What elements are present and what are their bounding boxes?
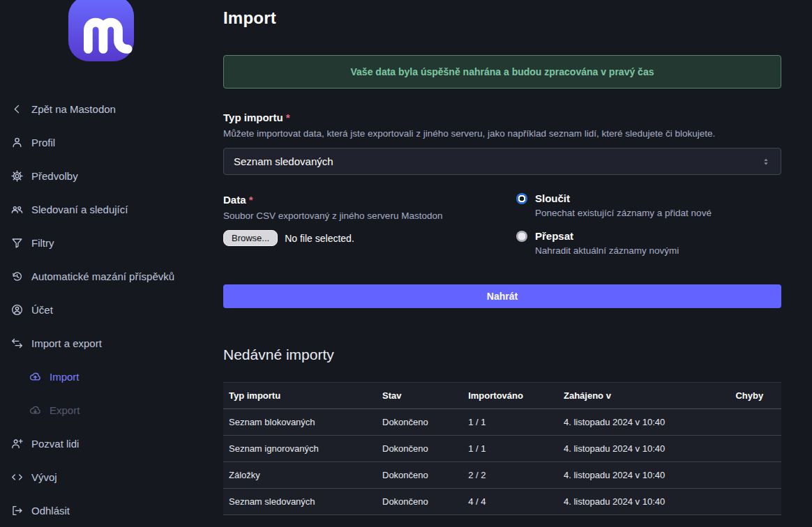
person-icon	[10, 136, 24, 149]
cloud-download-icon	[29, 404, 42, 417]
data-hint: Soubor CSV exportovaný z jiného serveru …	[223, 211, 516, 221]
merge-radio-label: Sloučit	[535, 192, 570, 204]
overwrite-radio-label: Přepsat	[535, 230, 573, 242]
overwrite-radio[interactable]	[516, 231, 527, 242]
sidebar-item-label: Pozvat lidi	[31, 438, 79, 450]
swap-icon	[10, 337, 24, 350]
sidebar-item-label: Účet	[31, 304, 53, 316]
sidebar-item-label: Import	[50, 371, 80, 383]
import-type-label: Typ importu *	[223, 112, 781, 123]
people-icon	[10, 203, 24, 216]
cell-status: Dokončeno	[377, 462, 463, 489]
sidebar-item-follows-followers[interactable]: Sledovaní a sledující	[0, 192, 202, 226]
sidebar-item-profile[interactable]: Profil	[0, 125, 202, 159]
data-file-field: Data * Soubor CSV exportovaný z jiného s…	[223, 194, 516, 256]
cell-errors	[730, 436, 781, 462]
import-settings-page: Import Vaše data byla úspěšně nahrána a …	[223, 0, 781, 515]
cell-errors	[730, 462, 781, 489]
sidebar-item-logout[interactable]: Odhlásit	[0, 494, 202, 527]
sidebar-item-filters[interactable]: Filtry	[0, 226, 202, 259]
code-icon	[10, 471, 24, 484]
sidebar-item-label: Export	[50, 404, 80, 416]
sidebar-item-invite[interactable]: Pozvat lidi	[0, 427, 202, 460]
cell-type: Záložky	[223, 462, 377, 489]
required-marker: *	[286, 112, 290, 123]
table-row: Seznam ignorovaných Dokončeno 1 / 1 4. l…	[223, 436, 781, 462]
sidebar-item-statuses-cleanup[interactable]: Automatické mazání příspěvků	[0, 259, 202, 293]
cell-type: Seznam sledovaných	[223, 489, 377, 515]
cell-started: 4. listopadu 2024 v 10:40	[558, 462, 730, 489]
cell-errors	[730, 489, 781, 515]
settings-sidebar: Zpět na Mastodon Profil Předvolby	[0, 0, 202, 527]
cell-status: Dokončeno	[377, 409, 463, 436]
gear-icon	[10, 169, 24, 183]
cloud-upload-icon	[29, 370, 42, 383]
table-row: Záložky Dokončeno 2 / 2 4. listopadu 202…	[223, 462, 781, 489]
merge-radio-row[interactable]: Sloučit	[516, 192, 781, 204]
browse-button[interactable]: Browse...	[223, 230, 278, 246]
recent-imports-table: Typ importu Stav Importováno Zahájeno v …	[223, 382, 781, 515]
table-row: Seznam blokovaných Dokončeno 1 / 1 4. li…	[223, 409, 781, 436]
cell-type: Seznam ignorovaných	[223, 436, 377, 462]
cell-imported: 2 / 2	[463, 462, 558, 489]
col-header-imported: Importováno	[463, 383, 558, 409]
sidebar-nav: Zpět na Mastodon Profil Předvolby	[0, 92, 202, 527]
merge-radio-hint: Ponechat existující záznamy a přidat nov…	[535, 208, 781, 218]
file-status-text: No file selected.	[285, 233, 354, 244]
cell-imported: 1 / 1	[463, 436, 558, 462]
cell-status: Dokončeno	[377, 489, 463, 515]
sidebar-item-account[interactable]: Účet	[0, 293, 202, 326]
cell-started: 4. listopadu 2024 v 10:40	[558, 436, 730, 462]
recent-imports-title: Nedávné importy	[223, 346, 781, 363]
upload-button[interactable]: Nahrát	[223, 284, 781, 308]
cell-started: 4. listopadu 2024 v 10:40	[558, 489, 730, 515]
sidebar-item-label: Filtry	[31, 237, 54, 249]
mastodon-logo	[67, 0, 135, 63]
history-icon	[10, 270, 24, 283]
funnel-icon	[10, 236, 24, 250]
data-label: Data *	[223, 194, 516, 206]
col-header-errors: Chyby	[730, 383, 781, 409]
import-type-select[interactable]: Seznam sledovaných	[223, 148, 781, 175]
table-row: Seznam sledovaných Dokončeno 4 / 4 4. li…	[223, 489, 781, 515]
table-header-row: Typ importu Stav Importováno Zahájeno v …	[223, 383, 781, 409]
sidebar-item-label: Import a export	[31, 337, 102, 349]
sidebar-item-label: Předvolby	[31, 170, 78, 182]
cell-errors	[730, 409, 781, 436]
sidebar-item-label: Profil	[31, 137, 55, 148]
sidebar-item-import-export[interactable]: Import a export	[0, 326, 202, 360]
cell-type: Seznam blokovaných	[223, 409, 377, 436]
col-header-status: Stav	[377, 383, 463, 409]
logout-icon	[10, 504, 24, 517]
account-circle-icon	[10, 303, 24, 316]
cell-imported: 1 / 1	[463, 409, 558, 436]
cell-imported: 4 / 4	[463, 489, 558, 515]
sidebar-item-back[interactable]: Zpět na Mastodon	[0, 92, 202, 125]
cell-status: Dokončeno	[377, 436, 463, 462]
import-type-hint: Můžete importovat data, která jste expor…	[223, 128, 781, 139]
col-header-type: Typ importu	[223, 383, 377, 409]
import-mode-radio-group: Sloučit Ponechat existující záznamy a př…	[516, 194, 781, 256]
chevron-left-icon	[10, 102, 24, 116]
success-banner: Vaše data byla úspěšně nahrána a budou z…	[223, 55, 781, 89]
overwrite-radio-row[interactable]: Přepsat	[516, 230, 781, 242]
sidebar-item-label: Sledovaní a sledující	[31, 204, 128, 215]
sidebar-item-label: Vývoj	[31, 471, 57, 483]
col-header-started: Zahájeno v	[558, 383, 730, 409]
sidebar-item-label: Automatické mazání příspěvků	[31, 270, 174, 282]
page-title: Import	[223, 8, 781, 28]
sidebar-item-export[interactable]: Export	[0, 393, 202, 427]
sidebar-item-label: Zpět na Mastodon	[31, 103, 116, 115]
import-type-selected-value: Seznam sledovaných	[234, 155, 333, 167]
sidebar-item-import[interactable]: Import	[0, 360, 202, 393]
success-banner-text: Vaše data byla úspěšně nahrána a budou z…	[351, 66, 654, 77]
cell-started: 4. listopadu 2024 v 10:40	[558, 409, 730, 436]
sidebar-item-development[interactable]: Vývoj	[0, 460, 202, 494]
required-marker: *	[249, 194, 253, 206]
person-add-icon	[10, 437, 24, 450]
sidebar-item-preferences[interactable]: Předvolby	[0, 159, 202, 192]
merge-radio[interactable]	[516, 193, 527, 204]
sidebar-item-label: Odhlásit	[31, 505, 70, 517]
overwrite-radio-hint: Nahradit aktuální záznamy novými	[535, 245, 781, 256]
select-arrows-icon	[761, 157, 771, 167]
